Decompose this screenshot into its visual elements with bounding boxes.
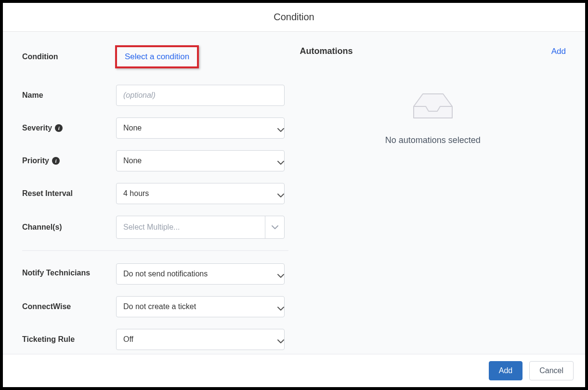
priority-row: Priority i None (22, 150, 288, 171)
severity-label-text: Severity (22, 123, 52, 133)
add-button[interactable]: Add (489, 361, 523, 380)
divider (22, 250, 288, 251)
name-control (116, 85, 285, 106)
name-label: Name (22, 91, 116, 101)
channels-row: Channel(s) Select Multiple... (22, 216, 288, 239)
condition-label: Condition (22, 52, 116, 62)
automations-add-link[interactable]: Add (551, 47, 566, 56)
notify-technicians-label: Notify Technicians (22, 263, 116, 278)
select-condition-link[interactable]: Select a condition (125, 52, 189, 61)
priority-select[interactable]: None (116, 150, 285, 171)
connectwise-control: Do not create a ticket (116, 296, 285, 317)
inbox-icon (412, 90, 454, 121)
name-row: Name (22, 85, 288, 106)
reset-interval-label: Reset Interval (22, 189, 116, 199)
channels-multiselect[interactable]: Select Multiple... (116, 216, 285, 239)
reset-interval-control: 4 hours (116, 183, 285, 204)
notify-technicians-control: Do not send notifications (116, 263, 285, 285)
ticketing-rule-select[interactable]: Off (116, 329, 285, 350)
reset-interval-value: 4 hours (123, 189, 149, 198)
reset-interval-row: Reset Interval 4 hours (22, 183, 288, 204)
ticketing-rule-row: Ticketing Rule Off (22, 329, 288, 350)
notify-technicians-row: Notify Technicians Do not send notificat… (22, 263, 288, 285)
dialog-title: Condition (3, 3, 585, 32)
connectwise-select[interactable]: Do not create a ticket (116, 296, 285, 317)
automations-empty-text: No automations selected (385, 135, 481, 145)
highlight-box: Select a condition (116, 46, 198, 67)
severity-row: Severity i None (22, 117, 288, 139)
name-input[interactable] (116, 85, 285, 106)
dialog-footer: Add Cancel (3, 354, 585, 387)
automations-title: Automations (300, 46, 353, 56)
severity-label: Severity i (22, 123, 116, 133)
notify-technicians-select[interactable]: Do not send notifications (116, 263, 285, 285)
ticketing-rule-label: Ticketing Rule (22, 335, 116, 345)
left-panel: Condition Select a condition Name Severi… (3, 32, 294, 354)
severity-select[interactable]: None (116, 117, 285, 139)
condition-row: Condition Select a condition (22, 46, 288, 67)
chevron-down-icon (265, 216, 284, 238)
automations-empty-state: No automations selected (300, 90, 566, 145)
channels-placeholder: Select Multiple... (117, 216, 265, 238)
channels-control: Select Multiple... (116, 216, 285, 239)
notify-technicians-value: Do not send notifications (123, 270, 208, 278)
severity-value: None (123, 124, 142, 132)
info-icon[interactable]: i (52, 157, 60, 165)
priority-label: Priority i (22, 156, 116, 166)
connectwise-value: Do not create a ticket (123, 302, 196, 311)
ticketing-rule-value: Off (123, 335, 133, 344)
condition-dialog: Condition Condition Select a condition N… (3, 3, 585, 387)
info-icon[interactable]: i (55, 124, 63, 132)
cancel-button[interactable]: Cancel (529, 361, 574, 380)
dialog-body: Condition Select a condition Name Severi… (3, 32, 585, 354)
automations-header: Automations Add (300, 46, 566, 56)
channels-label: Channel(s) (22, 222, 116, 233)
severity-control: None (116, 117, 285, 139)
connectwise-row: ConnectWise Do not create a ticket (22, 296, 288, 317)
ticketing-rule-control: Off (116, 329, 285, 350)
priority-label-text: Priority (22, 156, 49, 166)
condition-control: Select a condition (116, 46, 285, 67)
reset-interval-select[interactable]: 4 hours (116, 183, 285, 204)
right-panel: Automations Add No automations selected (294, 32, 586, 354)
priority-control: None (116, 150, 285, 171)
connectwise-label: ConnectWise (22, 302, 116, 312)
priority-value: None (123, 156, 142, 165)
